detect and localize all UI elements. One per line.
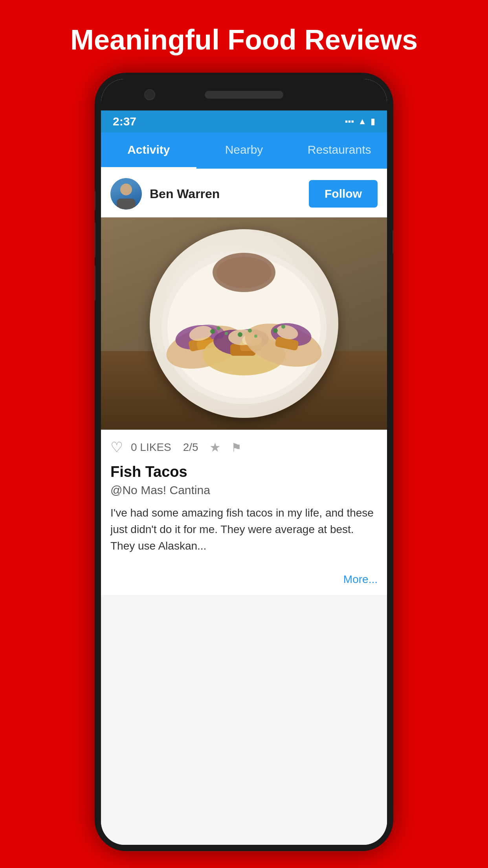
like-button[interactable]: ♡ xyxy=(110,439,123,456)
wifi-icon: ▪▪▪ xyxy=(345,116,354,127)
tab-nearby[interactable]: Nearby xyxy=(196,132,292,169)
flag-icon[interactable]: ⚑ xyxy=(231,441,242,454)
svg-point-27 xyxy=(254,335,257,338)
tab-restaurants[interactable]: Restaurants xyxy=(292,132,387,169)
status-time: 2:37 xyxy=(113,115,136,128)
post-content: Fish Tacos @No Mas! Cantina I've had som… xyxy=(101,462,387,570)
likes-count: 0 LIKES xyxy=(131,441,171,454)
phone-top-hardware xyxy=(101,79,387,110)
hero-title: Meaningful Food Reviews xyxy=(0,0,488,72)
nav-bar: Activity Nearby Restaurants xyxy=(101,132,387,169)
phone-screen: 2:37 ▪▪▪ ▲ ▮ Activity Nearby Restaurants xyxy=(101,79,387,845)
svg-point-22 xyxy=(216,326,220,330)
svg-point-3 xyxy=(216,257,272,288)
post-header: Ben Warren Follow xyxy=(101,169,387,217)
review-text: I've had some amazing fish tacos in my l… xyxy=(110,505,378,554)
svg-point-26 xyxy=(281,325,285,329)
svg-point-24 xyxy=(248,329,252,333)
rating: 2/5 xyxy=(183,441,198,454)
dish-name: Fish Tacos xyxy=(110,463,378,480)
volume-up-button xyxy=(95,222,95,257)
status-icons: ▪▪▪ ▲ ▮ xyxy=(345,116,375,127)
svg-point-25 xyxy=(273,328,278,333)
battery-icon: ▮ xyxy=(371,116,375,127)
svg-point-21 xyxy=(210,329,215,334)
svg-point-28 xyxy=(225,332,228,335)
power-button xyxy=(393,230,393,254)
follow-button[interactable]: Follow xyxy=(309,180,378,208)
post-card: Ben Warren Follow xyxy=(101,169,387,595)
user-avatar[interactable] xyxy=(110,178,142,210)
restaurant-name[interactable]: @No Mas! Cantina xyxy=(110,484,378,497)
username: Ben Warren xyxy=(150,187,309,201)
star-icon[interactable]: ★ xyxy=(209,440,221,455)
food-svg xyxy=(154,233,334,414)
front-camera xyxy=(144,89,155,100)
post-actions: ♡ 0 LIKES 2/5 ★ ⚑ xyxy=(101,430,387,462)
content-area: Ben Warren Follow xyxy=(101,169,387,845)
silent-switch xyxy=(95,191,95,210)
tab-activity[interactable]: Activity xyxy=(101,132,196,169)
svg-point-23 xyxy=(238,332,242,337)
food-image[interactable] xyxy=(101,217,387,430)
status-bar: 2:37 ▪▪▪ ▲ ▮ xyxy=(101,110,387,132)
phone-frame: 2:37 ▪▪▪ ▲ ▮ Activity Nearby Restaurants xyxy=(95,73,393,851)
signal-icon: ▲ xyxy=(358,116,367,127)
volume-down-button xyxy=(95,265,95,301)
more-link[interactable]: More... xyxy=(101,570,387,595)
earpiece-speaker xyxy=(205,91,283,99)
plate xyxy=(150,229,338,418)
